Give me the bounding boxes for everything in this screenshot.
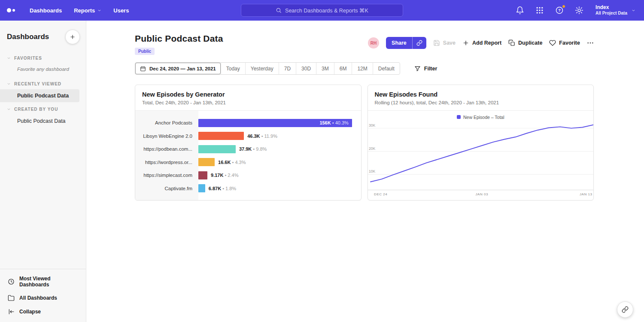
preset-12m[interactable]: 12M bbox=[352, 63, 372, 74]
sidebar-footer: Most Viewed DashboardsAll DashboardsColl… bbox=[0, 269, 86, 322]
collapse-icon bbox=[8, 308, 15, 315]
date-range-picker[interactable]: Dec 24, 2020 — Jan 13, 2021 bbox=[135, 63, 221, 74]
bar-category-label: Captivate.fm bbox=[135, 182, 198, 195]
bar[interactable] bbox=[198, 184, 205, 192]
save-icon bbox=[433, 39, 440, 46]
chevron-down-icon bbox=[7, 56, 11, 60]
notifications-icon[interactable] bbox=[516, 6, 524, 15]
nav-item-dashboards[interactable]: Dashboards bbox=[24, 0, 68, 21]
copy-icon bbox=[508, 39, 515, 46]
preset-yesterday[interactable]: Yesterday bbox=[245, 63, 279, 74]
bar[interactable] bbox=[198, 158, 215, 166]
bar-row[interactable]: 9.17K • 2.4% bbox=[198, 169, 361, 182]
report-cards: New Episodes by Generator Total, Dec 24t… bbox=[135, 85, 594, 200]
bar-chart-bars: 156K • 40.3%46.3K • 11.9%37.9K • 9.8%16.… bbox=[198, 111, 361, 200]
link-icon bbox=[416, 40, 422, 46]
copy-link-fab[interactable] bbox=[617, 301, 633, 318]
sidebar-footer-clock[interactable]: Most Viewed Dashboards bbox=[0, 272, 86, 291]
share-button-group: Share bbox=[386, 37, 426, 49]
bar-value-label: 6.87K • 1.8% bbox=[209, 186, 236, 191]
bar[interactable] bbox=[198, 145, 236, 153]
sidebar: Dashboards FAVORITESFavorite any dashboa… bbox=[0, 21, 86, 322]
bar-row[interactable]: 16.6K • 4.3% bbox=[198, 156, 361, 169]
bar-row[interactable]: 156K • 40.3% bbox=[198, 116, 361, 130]
bar-category-label: Libsyn WebEngine 2.0 bbox=[135, 130, 198, 143]
card-subtitle: Total, Dec 24th, 2020 - Jan 13th, 2021 bbox=[142, 100, 354, 105]
page-header: Public Podcast Data Public RH Share Save bbox=[135, 33, 594, 55]
card-header[interactable]: New Episodes by Generator Total, Dec 24t… bbox=[135, 85, 361, 111]
bar[interactable] bbox=[198, 171, 207, 179]
filter-label: Filter bbox=[424, 66, 437, 72]
nav-item-users[interactable]: Users bbox=[107, 0, 135, 21]
sidebar-title: Dashboards bbox=[7, 33, 49, 41]
bar-row[interactable]: 46.3K • 11.9% bbox=[198, 130, 361, 143]
sidebar-section-created-by-you[interactable]: CREATED BY YOU bbox=[0, 102, 86, 115]
search-icon bbox=[276, 7, 282, 13]
section-label-text: CREATED BY YOU bbox=[14, 107, 58, 112]
navbar-right: ? Index All Project Data bbox=[516, 4, 637, 16]
favorite-label: Favorite bbox=[559, 40, 580, 46]
svg-text:DEC 24: DEC 24 bbox=[374, 192, 387, 196]
date-presets: TodayYesterday7D30D3M6M12MDefault bbox=[221, 63, 400, 74]
duplicate-label: Duplicate bbox=[518, 40, 542, 46]
preset-default[interactable]: Default bbox=[373, 63, 400, 74]
apps-grid-icon[interactable] bbox=[535, 6, 544, 15]
nav-item-label: Users bbox=[113, 7, 129, 14]
svg-text:10K: 10K bbox=[369, 170, 376, 174]
card-header[interactable]: New Episodes Found Rolling (12 hours), t… bbox=[368, 85, 594, 111]
project-switcher[interactable]: Index All Project Data bbox=[595, 4, 635, 16]
chevron-down-icon bbox=[7, 107, 11, 111]
bar-category-label: https://wordpress.or... bbox=[135, 156, 198, 169]
add-report-button[interactable]: Add Report bbox=[462, 39, 501, 46]
bar-category-label: https://simplecast.com bbox=[135, 169, 198, 182]
preset-3m[interactable]: 3M bbox=[316, 63, 334, 74]
sidebar-section-recently-viewed[interactable]: RECENTLY VIEWED bbox=[0, 77, 86, 89]
more-options-button[interactable] bbox=[587, 39, 594, 46]
line-chart[interactable]: 10K20K30KDEC 24JAN 03JAN 13 bbox=[368, 121, 594, 200]
save-label: Save bbox=[443, 40, 456, 46]
bar-row[interactable]: 37.9K • 9.8% bbox=[198, 143, 361, 156]
bar-row[interactable]: 6.87K • 1.8% bbox=[198, 182, 361, 195]
title-block: Public Podcast Data Public bbox=[135, 33, 223, 55]
settings-gear-icon[interactable] bbox=[575, 6, 583, 15]
project-name: Index bbox=[595, 4, 627, 11]
header-actions: RH Share Save Add Report bbox=[368, 37, 594, 49]
preset-7d[interactable]: 7D bbox=[279, 63, 296, 74]
filter-button[interactable]: Filter bbox=[414, 65, 437, 72]
sidebar-item[interactable]: Public Podcast Data bbox=[0, 115, 86, 128]
svg-text:?: ? bbox=[558, 8, 561, 12]
bar[interactable] bbox=[198, 132, 244, 140]
sidebar-section-favorites[interactable]: FAVORITES bbox=[0, 51, 86, 64]
sidebar-item[interactable]: Public Podcast Data bbox=[0, 89, 79, 102]
chart-legend[interactable]: New Episode – Total bbox=[368, 114, 594, 120]
sidebar-footer-collapse[interactable]: Collapse bbox=[0, 305, 86, 319]
search-bar[interactable]: Search Dashboards & Reports ⌘K bbox=[241, 4, 403, 17]
save-button[interactable]: Save bbox=[433, 39, 456, 46]
app-root: DashboardsReportsUsers Search Dashboards… bbox=[0, 0, 644, 322]
bar-value-label: 156K • 40.3% bbox=[319, 120, 352, 125]
add-report-label: Add Report bbox=[472, 40, 501, 46]
preset-6m[interactable]: 6M bbox=[334, 63, 352, 74]
duplicate-button[interactable]: Duplicate bbox=[508, 39, 542, 46]
bar[interactable]: 156K • 40.3% bbox=[198, 119, 352, 127]
more-options-icon bbox=[587, 39, 594, 46]
share-button[interactable]: Share bbox=[386, 37, 412, 49]
folder-icon bbox=[8, 295, 15, 301]
nav-item-reports[interactable]: Reports bbox=[68, 0, 107, 21]
favorite-button[interactable]: Favorite bbox=[549, 39, 580, 46]
preset-today[interactable]: Today bbox=[221, 63, 245, 74]
share-link-button[interactable] bbox=[412, 37, 426, 49]
logo-dot-large bbox=[7, 8, 11, 12]
bar-category-label: Anchor Podcasts bbox=[135, 116, 198, 130]
bar-percent-label: • 11.9% bbox=[261, 134, 277, 139]
new-dashboard-button[interactable] bbox=[65, 30, 80, 44]
help-icon[interactable]: ? bbox=[555, 6, 564, 15]
sidebar-footer-folder[interactable]: All Dashboards bbox=[0, 291, 86, 305]
preset-30d[interactable]: 30D bbox=[296, 63, 316, 74]
card-title: New Episodes Found bbox=[375, 91, 587, 98]
mixpanel-logo[interactable] bbox=[7, 8, 15, 12]
line-chart-body: New Episode – Total 10K20K30KDEC 24JAN 0… bbox=[368, 111, 594, 200]
public-badge: Public bbox=[135, 48, 155, 55]
link-icon bbox=[622, 306, 629, 313]
avatar[interactable]: RH bbox=[368, 37, 379, 49]
